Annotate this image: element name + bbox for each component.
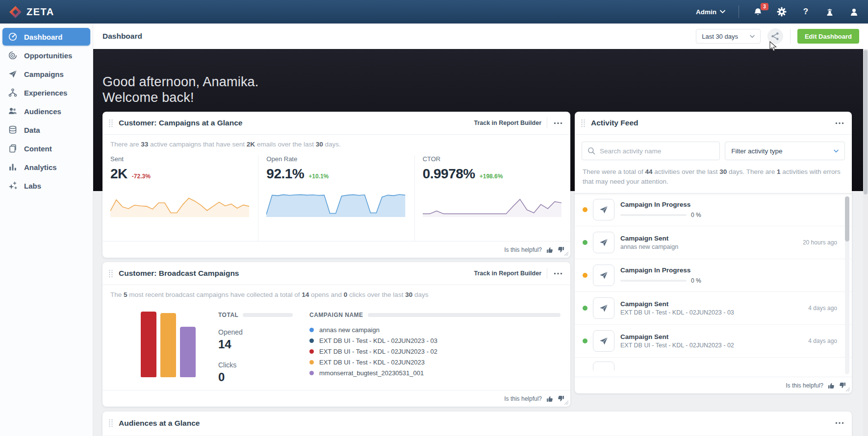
sidebar-item-content[interactable]: Content bbox=[2, 140, 90, 157]
legend-label: mmonserrat_bugtest_20230531_001 bbox=[319, 369, 424, 377]
drag-handle-icon[interactable] bbox=[108, 269, 113, 278]
page-title: Dashboard bbox=[102, 32, 142, 41]
activity-row[interactable]: Campaign Sent EXT DB UI - Test - KDL - 0… bbox=[575, 292, 852, 325]
activity-search-input[interactable] bbox=[600, 147, 714, 155]
activity-timestamp: 20 hours ago bbox=[798, 239, 837, 246]
track-report-builder-link[interactable]: Track in Report Builder bbox=[474, 120, 541, 126]
more-menu-button[interactable] bbox=[553, 271, 563, 276]
activity-type-filter[interactable]: Filter activity type bbox=[725, 142, 845, 160]
people-icon bbox=[8, 106, 18, 116]
settings-button[interactable] bbox=[776, 6, 787, 17]
activity-subtitle: annas new campaign bbox=[620, 243, 798, 250]
thumbs-up-button[interactable] bbox=[546, 395, 553, 402]
search-icon bbox=[587, 147, 595, 155]
resize-handle-icon[interactable] bbox=[564, 400, 569, 405]
profile-button[interactable] bbox=[848, 6, 859, 17]
resize-handle-icon[interactable] bbox=[564, 251, 569, 256]
activity-progress: 0 % bbox=[620, 277, 837, 284]
clicks-value: 0 bbox=[218, 370, 293, 384]
header-divider bbox=[547, 118, 547, 128]
stat-value: 2K bbox=[110, 166, 128, 182]
paper-plane-icon bbox=[599, 205, 609, 215]
activity-scrollbar-track[interactable] bbox=[845, 196, 849, 375]
activity-row[interactable]: Campaign Sent annas new campaign 20 hour… bbox=[575, 226, 852, 259]
card-header: Customer: Campaigns at a Glance Track in… bbox=[102, 112, 570, 135]
thumbs-up-button[interactable] bbox=[828, 382, 835, 389]
paper-plane-icon bbox=[599, 238, 609, 247]
stat-label: Open Rate bbox=[266, 155, 405, 163]
date-range-select[interactable]: Last 30 days bbox=[696, 29, 761, 44]
admin-label: Admin bbox=[696, 8, 716, 16]
edit-dashboard-button[interactable]: Edit Dashboard bbox=[797, 29, 859, 44]
more-menu-button[interactable] bbox=[834, 421, 845, 425]
resize-handle-icon[interactable] bbox=[845, 387, 850, 392]
legend-item: EXT DB UI - Test - KDL - 02JUN2023 - 02 bbox=[309, 348, 561, 355]
legend-label: EXT DB UI - Test - KDL - 02JUN2023 - 02 bbox=[319, 348, 437, 355]
track-report-builder-link[interactable]: Track in Report Builder bbox=[474, 270, 541, 277]
activity-subtitle: EXT DB UI - Test - KDL - 02JUN2023 - 03 bbox=[620, 309, 803, 316]
gauge-icon bbox=[8, 32, 18, 42]
page-scrollbar-thumb[interactable] bbox=[864, 50, 868, 194]
more-menu-button[interactable] bbox=[553, 121, 563, 125]
sidebar-item-label: Opportunities bbox=[24, 51, 72, 60]
thumbs-down-icon bbox=[839, 382, 846, 389]
progress-bar bbox=[620, 280, 687, 282]
activity-scrollbar-thumb[interactable] bbox=[845, 196, 849, 242]
sidebar-item-data[interactable]: Data bbox=[2, 121, 90, 139]
card-title: Customer: Campaigns at a Glance bbox=[119, 119, 468, 127]
progress-bar bbox=[620, 214, 687, 216]
date-range-value: Last 30 days bbox=[702, 33, 738, 40]
drag-handle-icon[interactable] bbox=[581, 119, 586, 127]
sent-sparkline-chart bbox=[110, 190, 249, 217]
zeta-logo[interactable]: ZETA bbox=[9, 5, 54, 19]
activity-row[interactable]: Campaign In Progress 0 % bbox=[575, 259, 852, 292]
total-header: TOTAL bbox=[218, 312, 238, 318]
stat-value: 92.1% bbox=[266, 166, 304, 182]
legend-item: EXT DB UI - Test - KDL - 02JUN2023 bbox=[309, 359, 561, 366]
activity-title: Campaign In Progress bbox=[620, 266, 837, 274]
database-icon bbox=[8, 125, 18, 135]
thumbs-down-button[interactable] bbox=[839, 382, 846, 389]
legend-label: EXT DB UI - Test - KDL - 02JUN2023 bbox=[319, 359, 425, 366]
sidebar-item-analytics[interactable]: Analytics bbox=[2, 158, 90, 176]
thumbs-down-button[interactable] bbox=[558, 246, 564, 253]
card-header: Audiences at a Glance bbox=[102, 412, 852, 435]
admin-menu[interactable]: Admin bbox=[696, 8, 725, 16]
thumbs-up-button[interactable] bbox=[546, 246, 553, 253]
sidebar-item-dashboard[interactable]: Dashboard bbox=[2, 28, 90, 46]
sidebar-item-experiences[interactable]: Experiences bbox=[2, 84, 90, 101]
activity-row[interactable]: Campaign In Progress 0 % bbox=[575, 194, 852, 226]
broadcast-chart-body: TOTAL Opened 14 Clicks 0 CAMPAIGN N bbox=[102, 302, 570, 390]
sidebar-item-opportunities[interactable]: Opportunities bbox=[2, 47, 90, 64]
target-icon bbox=[8, 50, 18, 60]
more-menu-button[interactable] bbox=[834, 121, 845, 125]
admin-users-button[interactable] bbox=[824, 6, 835, 17]
page-header-controls: Last 30 days Edit Dashboard bbox=[696, 28, 859, 44]
activity-body: Campaign Sent EXT DB UI - Test - KDL - 0… bbox=[620, 300, 803, 316]
topnav-right: Admin 3 bbox=[696, 5, 859, 18]
more-menu-icon bbox=[554, 122, 562, 124]
user-crown-icon bbox=[825, 7, 835, 17]
zeta-diamond-icon bbox=[9, 5, 22, 19]
sidebar-item-audiences[interactable]: Audiences bbox=[2, 102, 90, 120]
help-button[interactable]: ? bbox=[800, 6, 811, 17]
activity-row[interactable]: Campaign Sent EXT DB UI - Test - KDL - 0… bbox=[575, 325, 852, 358]
bar-chart-icon bbox=[8, 162, 18, 172]
notifications-button[interactable]: 3 bbox=[752, 6, 763, 17]
left-column: Customer: Campaigns at a Glance Track in… bbox=[102, 112, 570, 407]
drag-handle-icon[interactable] bbox=[108, 119, 113, 127]
campaign-activity-icon-box bbox=[593, 297, 614, 319]
share-icon bbox=[771, 32, 779, 41]
page-scrollbar-track[interactable] bbox=[863, 49, 868, 436]
drag-handle-icon[interactable] bbox=[108, 419, 113, 427]
sidebar-item-campaigns[interactable]: Campaigns bbox=[2, 65, 90, 83]
helpful-label: Is this helpful? bbox=[504, 395, 542, 402]
campaign-opens-bar bbox=[141, 312, 156, 377]
status-dot bbox=[583, 207, 587, 212]
stat-open-rate: Open Rate 92.1% +10.1% bbox=[258, 155, 414, 241]
thumbs-down-button[interactable] bbox=[558, 395, 564, 402]
open-rate-sparkline-chart bbox=[266, 190, 405, 217]
share-button[interactable] bbox=[767, 28, 783, 44]
activity-search[interactable] bbox=[582, 142, 720, 160]
sidebar-item-labs[interactable]: Labs bbox=[2, 177, 90, 194]
